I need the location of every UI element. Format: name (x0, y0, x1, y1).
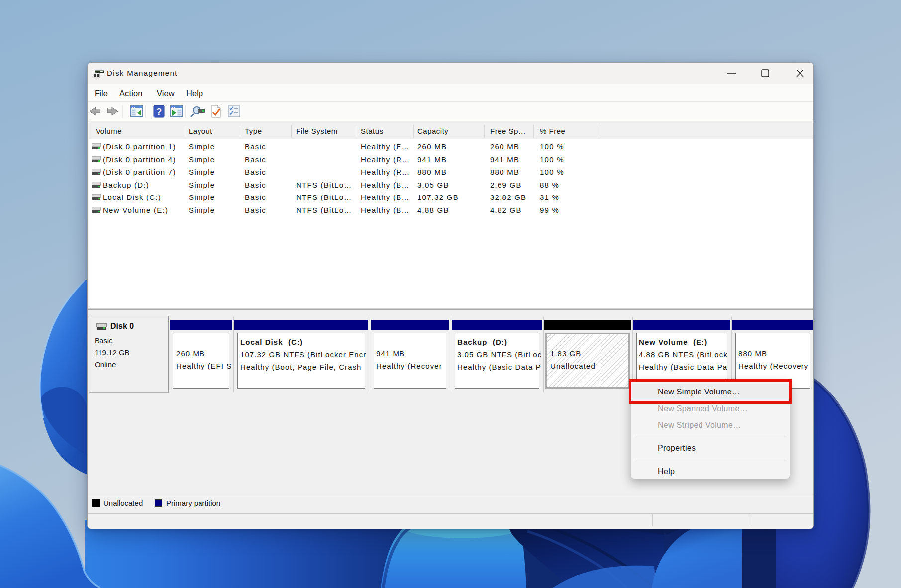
svg-text:?: ? (156, 106, 162, 117)
